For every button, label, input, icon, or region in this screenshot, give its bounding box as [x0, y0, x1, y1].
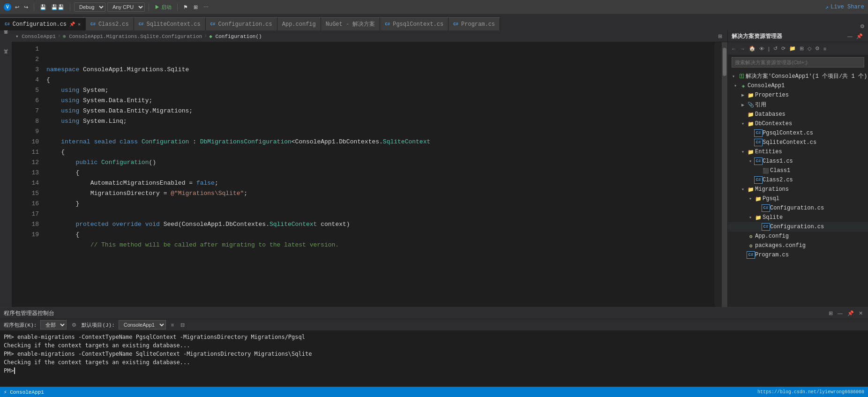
save-all-button[interactable]: 💾💾 [49, 3, 66, 11]
se-search-input[interactable] [732, 57, 864, 67]
pm-settings-button[interactable]: ⊞ [827, 309, 834, 317]
undo-button[interactable]: ↩ [13, 3, 21, 11]
tab-configuration-cs-2[interactable]: C# Configuration.cs [206, 17, 277, 30]
se-project[interactable]: ▾ ◈ ConsoleApp1 [728, 81, 868, 90]
se-entities[interactable]: ▾ 📁 Entities [728, 147, 868, 157]
pm-list-button[interactable]: ≡ [170, 321, 175, 329]
cs-icon-2: C# [90, 22, 96, 27]
pm-close-button[interactable]: ✕ [857, 309, 864, 317]
expand-arrow: ▾ [730, 74, 737, 79]
expand-arrow: ▶ [739, 102, 747, 108]
se-sqlite-folder[interactable]: ▾ 📁 Sqlite [728, 213, 868, 222]
tab-program-cs[interactable]: C# Program.cs [449, 17, 500, 30]
se-btn-settings[interactable]: ⚙ [814, 45, 821, 52]
se-btn-props[interactable]: ⊞ [798, 45, 805, 52]
tab-nuget[interactable]: NuGet - 解决方案 [321, 17, 381, 30]
se-app-config[interactable]: ⚙ App.config [728, 232, 868, 241]
se-solution[interactable]: ▾ ⚿ 解决方案'ConsoleApp1'(1 个项目/共 1 个) [728, 71, 868, 81]
live-share-button[interactable]: ↗ Live Share [825, 4, 864, 11]
redo-button[interactable]: ↪ [22, 3, 30, 11]
pm-toolbar: 程序包源(K): 全部 ⚙ 默认项目(J): ConsoleApp1 ≡ ⊟ [0, 319, 868, 331]
se-btn-more[interactable]: ≡ [822, 45, 828, 52]
pm-pin-button[interactable]: 📌 [846, 309, 855, 317]
folder-icon: 📁 [754, 195, 763, 202]
se-class2-cs[interactable]: C# Class2.cs [728, 175, 868, 185]
pm-project-label: 默认项目(J): [82, 322, 114, 329]
se-databases[interactable]: 📁 Databases [728, 110, 868, 119]
se-item-label: App.config [755, 233, 868, 240]
se-item-label: Class1 [770, 167, 868, 174]
se-sqlitecontext[interactable]: C# SqliteContext.cs [728, 138, 868, 147]
se-pin-button[interactable]: 📌 [855, 32, 864, 40]
se-btn-home[interactable]: 🏠 [748, 45, 757, 52]
expand-arrow: ▾ [739, 121, 747, 127]
toolbar-btn3[interactable]: ⋯ [202, 3, 210, 11]
save-button[interactable]: 💾 [38, 3, 48, 11]
toolbar-btn1[interactable]: ⚑ [181, 3, 190, 11]
live-share-label[interactable]: Live Share [831, 4, 864, 10]
se-btn-back[interactable]: ← [730, 45, 738, 52]
pm-source-dropdown[interactable]: 全部 [40, 320, 67, 330]
se-pgsql-config[interactable]: C# Configuration.cs [728, 203, 868, 213]
se-btn-forward[interactable]: → [739, 45, 747, 52]
class-icon: ⬛ [762, 167, 770, 174]
project-dropdown-icon: ▾ [15, 34, 19, 39]
close-tab-button[interactable]: ✕ [78, 22, 81, 27]
scroll-thumb[interactable] [723, 48, 726, 76]
start-button[interactable]: ▶ 启动 [153, 3, 173, 12]
tab-app-config[interactable]: App.config [277, 17, 321, 30]
se-btn-new-folder[interactable]: 📁 [788, 45, 797, 52]
breadcrumb-method[interactable]: ◆ Configuration() [209, 33, 262, 39]
vertical-scrollbar[interactable] [722, 42, 727, 307]
breadcrumb-bar: ▾ ConsoleApp1 › ⊕ ConsoleApp1.Migrations… [12, 30, 727, 42]
se-migrations[interactable]: ▾ 📁 Migrations [728, 185, 868, 194]
expand-editor-button[interactable]: ⊞ [717, 32, 724, 40]
se-dbcontextes[interactable]: ▾ 📁 DbContextes [728, 119, 868, 128]
se-btn-refresh[interactable]: ↺ [772, 45, 779, 52]
se-pgsqlcontext[interactable]: C# PgsqlContext.cs [728, 128, 868, 138]
configuration-dropdown[interactable]: Debug [74, 2, 105, 12]
folder-icon: 📁 [747, 148, 755, 156]
breadcrumb-namespace[interactable]: ⊕ ConsoleApp1.Migrations.Sqlite.Configur… [63, 33, 202, 39]
solution-explorer: 解决方案资源管理器 — 📌 ← → 🏠 👁 | ↺ ⟳ 📁 ⊞ ◇ ⚙ ≡ [727, 30, 868, 307]
se-solution-label: 解决方案'ConsoleApp1'(1 个项目/共 1 个) [746, 72, 868, 80]
tab-configuration-cs-1[interactable]: C# Configuration.cs 📌 ✕ [0, 17, 86, 30]
toolbar-btn2[interactable]: ⊞ [192, 3, 200, 11]
se-collapse-button[interactable]: — [846, 32, 854, 40]
se-class1-cs[interactable]: ▾ C# Class1.cs [728, 157, 868, 166]
tab-pgsql-context[interactable]: C# PgsqlContext.cs [380, 17, 449, 30]
breadcrumb-project[interactable]: ▾ ConsoleApp1 [15, 33, 56, 39]
se-class1[interactable]: ⬛ Class1 [728, 166, 868, 175]
pm-project-dropdown[interactable]: ConsoleApp1 [119, 320, 166, 330]
se-sqlite-config[interactable]: C# Configuration.cs [728, 222, 868, 232]
pm-console-content[interactable]: PM> enable-migrations -ContextTypeName P… [0, 331, 868, 387]
code-content[interactable]: namespace ConsoleApp1.Migrations.Sqlite … [43, 42, 715, 307]
pm-settings-icon[interactable]: ⚙ [70, 321, 78, 329]
folder-icon: 📁 [747, 120, 755, 127]
code-editor[interactable]: 1 2 3 4 5 6 7 8 9 10 11 12 13 14 15 16 1 [12, 42, 727, 307]
se-header: 解决方案资源管理器 — 📌 [728, 30, 868, 42]
se-btn-sync[interactable]: ⟳ [780, 45, 787, 52]
side-icon-2[interactable]: 工具 [1, 52, 11, 61]
se-item-label: SqliteContext.cs [763, 139, 868, 146]
se-btn-preview[interactable]: ◇ [806, 45, 813, 52]
se-properties[interactable]: ▶ 📁 Properties [728, 90, 868, 100]
namespace-icon: ⊕ [63, 34, 66, 39]
se-packages-config[interactable]: ⚙ packages.config [728, 241, 868, 250]
tab-class2-cs[interactable]: C# Class2.cs [86, 17, 134, 30]
tab-label: NuGet - 解决方案 [326, 20, 375, 28]
se-references[interactable]: ▶ 📎 引用 [728, 100, 868, 110]
pm-minimize-button[interactable]: — [836, 309, 844, 317]
cs-file-icon: C# [747, 251, 755, 259]
se-program-cs[interactable]: C# Program.cs [728, 250, 868, 260]
tab-list-button[interactable]: ⚙ [859, 22, 866, 30]
ref-icon: 📎 [747, 101, 755, 109]
platform-dropdown[interactable]: Any CPU [107, 2, 145, 12]
tab-sqlite-context[interactable]: C# SqliteContext.cs [134, 17, 206, 30]
se-pgsql-folder[interactable]: ▾ 📁 Pgsql [728, 194, 868, 203]
se-item-label: Databases [755, 111, 868, 118]
side-icon-1[interactable]: 工具箱 [1, 32, 11, 42]
vs-icon: V [4, 3, 11, 11]
pm-clear-button[interactable]: ⊟ [179, 321, 186, 329]
se-btn-show-all[interactable]: 👁 [758, 45, 766, 52]
